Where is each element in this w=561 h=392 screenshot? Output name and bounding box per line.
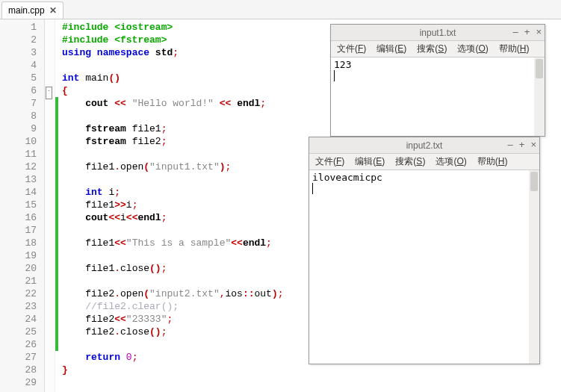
window-buttons: – + × [513,27,542,37]
line-number: 18 [0,237,44,249]
minimize-icon[interactable]: – [513,27,518,37]
line-number: 6 [0,84,44,97]
code-line[interactable] [62,376,561,389]
line-number: 4 [0,59,44,72]
window-title: input1.txt [420,28,456,38]
close-icon[interactable]: × [530,140,536,150]
scrollbar-thumb[interactable] [536,59,543,78]
line-number: 29 [0,376,44,389]
menubar: 文件(F)编辑(E)搜索(S)选项(O)帮助(H) [331,41,545,57]
menu-item[interactable]: 帮助(H) [499,43,530,55]
menu-item[interactable]: 选项(O) [457,43,488,55]
maximize-icon[interactable]: + [524,27,530,37]
line-number: 11 [0,148,44,161]
text-editor-window-input2[interactable]: input2.txt – + × 文件(F)编辑(E)搜索(S)选项(O)帮助(… [309,137,540,364]
text-caret [312,183,313,194]
line-number: 17 [0,224,44,237]
menu-item[interactable]: 文件(F) [337,43,366,55]
close-icon[interactable]: ✕ [49,5,57,16]
line-number: 1 [0,21,44,34]
fold-column: - [45,19,55,392]
tab-label: main.cpp [8,5,45,16]
window-title: input2.txt [406,140,443,151]
line-number: 8 [0,110,44,122]
line-number: 16 [0,211,44,224]
line-number: 21 [0,275,44,287]
line-number: 15 [0,199,44,211]
line-number: 12 [0,161,44,173]
line-number: 7 [0,97,44,110]
line-number: 3 [0,46,44,59]
maximize-icon[interactable]: + [519,140,525,150]
menubar: 文件(F)编辑(E)搜索(S)选项(O)帮助(H) [309,154,539,170]
line-number: 24 [0,313,44,326]
line-number: 23 [0,300,44,313]
line-number: 25 [0,326,44,338]
minimize-icon[interactable]: – [508,140,513,150]
line-number: 20 [0,262,44,275]
menu-item[interactable]: 帮助(H) [477,155,508,168]
code-line[interactable]: } [62,364,561,376]
line-number: 27 [0,351,44,364]
line-number: 19 [0,249,44,262]
titlebar[interactable]: input1.txt – + × [331,25,545,41]
line-number: 22 [0,287,44,300]
window-buttons: – + × [508,140,536,150]
tab-bar: main.cpp ✕ [0,0,561,19]
line-number: 13 [0,173,44,186]
text-line: 123 [334,59,531,70]
line-number: 2 [0,34,44,46]
line-number: 28 [0,364,44,376]
menu-item[interactable]: 编辑(E) [376,43,406,55]
text-content[interactable]: 123 [331,57,545,136]
text-editor-window-input1[interactable]: input1.txt – + × 文件(F)编辑(E)搜索(S)选项(O)帮助(… [330,24,545,137]
menu-item[interactable]: 编辑(E) [355,155,385,168]
menu-item[interactable]: 搜索(S) [395,155,425,168]
line-number: 5 [0,72,44,84]
menu-item[interactable]: 文件(F) [315,155,344,168]
line-number: 10 [0,135,44,148]
file-tab-main[interactable]: main.cpp ✕ [1,1,63,19]
close-icon[interactable]: × [536,27,542,37]
menu-item[interactable]: 选项(O) [436,155,466,168]
line-number: 9 [0,122,44,135]
text-content[interactable]: iloveacmicpc [309,170,539,364]
line-number-gutter: 1234567891011121314151617181920212223242… [0,19,45,392]
text-line: iloveacmicpc [312,172,526,183]
text-caret [334,70,335,81]
menu-item[interactable]: 搜索(S) [417,43,447,55]
line-number: 26 [0,338,44,351]
scrollbar-thumb[interactable] [530,172,538,191]
line-number: 14 [0,186,44,199]
titlebar[interactable]: input2.txt – + × [309,137,539,154]
